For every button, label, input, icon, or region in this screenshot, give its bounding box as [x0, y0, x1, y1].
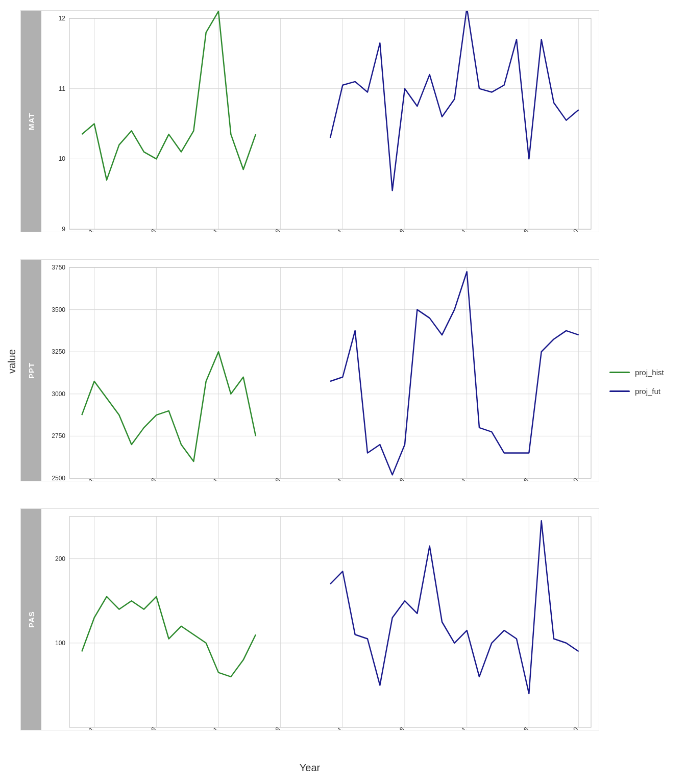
- legend-item-fut: proj_fut: [609, 387, 681, 396]
- svg-text:3250: 3250: [52, 348, 65, 355]
- chart-panel-mat: MAT9101112200120062011201620212026203120…: [20, 10, 599, 232]
- svg-text:3500: 3500: [52, 306, 65, 313]
- chart-wrapper-mat: MAT9101112200120062011201620212026203120…: [20, 10, 599, 255]
- strip-label-ppt: PPT: [21, 260, 41, 481]
- svg-text:2500: 2500: [52, 475, 65, 481]
- svg-text:3750: 3750: [52, 264, 65, 271]
- chart-panel-ppt: PPT2500275030003250350037502001200620112…: [20, 259, 599, 481]
- svg-rect-0: [69, 18, 591, 229]
- chart-panel-pas: PAS1002002001200620112016202120262031203…: [20, 508, 599, 730]
- strip-label-pas: PAS: [21, 509, 41, 730]
- chart-svg-mat: 9101112200120062011201620212026203120362…: [41, 11, 599, 232]
- legend-label-fut: proj_fut: [635, 387, 660, 396]
- legend-line-hist: [609, 372, 630, 373]
- svg-text:10: 10: [59, 155, 66, 162]
- legend-label-hist: proj_hist: [635, 368, 664, 377]
- strip-label-mat: MAT: [21, 11, 41, 232]
- chart-svg-pas: 1002002001200620112016202120262031203620…: [41, 509, 599, 730]
- y-axis-label: value: [4, 10, 19, 713]
- svg-rect-60: [69, 517, 591, 727]
- chart-wrapper-ppt: PPT2500275030003250350037502001200620112…: [20, 259, 599, 504]
- svg-text:2750: 2750: [52, 432, 65, 439]
- svg-text:100: 100: [55, 640, 65, 647]
- svg-text:11: 11: [59, 85, 66, 92]
- svg-text:200: 200: [55, 555, 65, 562]
- outer-container: value MAT9101112200120062011201620212026…: [0, 0, 686, 784]
- svg-text:12: 12: [59, 15, 66, 22]
- x-axis-title: Year: [20, 762, 599, 774]
- legend-item-hist: proj_hist: [609, 368, 681, 377]
- chart-wrapper-pas: PAS1002002001200620112016202120262031203…: [20, 508, 599, 753]
- svg-rect-28: [69, 267, 591, 478]
- chart-svg-ppt: 2500275030003250350037502001200620112016…: [41, 260, 599, 481]
- legend-area: proj_hist proj_fut: [599, 368, 681, 396]
- svg-text:3000: 3000: [52, 390, 65, 398]
- charts-column: MAT9101112200120062011201620212026203120…: [20, 10, 599, 753]
- legend-line-fut: [609, 390, 630, 392]
- svg-text:9: 9: [62, 226, 65, 232]
